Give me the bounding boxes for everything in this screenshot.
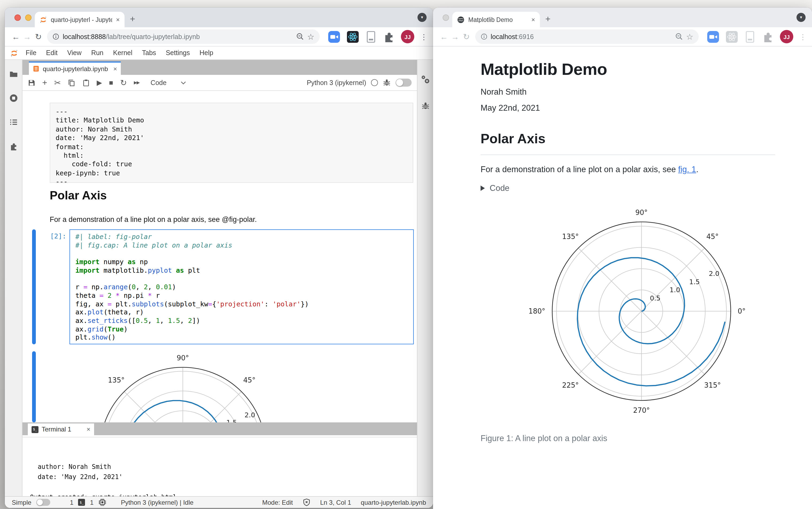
property-inspector-gears-icon[interactable] <box>420 75 430 84</box>
extensions-puzzle-icon[interactable] <box>762 31 774 43</box>
tab-close-icon[interactable]: × <box>116 16 120 23</box>
bookmark-star-icon[interactable]: ☆ <box>686 32 693 41</box>
svg-text:0°: 0° <box>738 307 746 315</box>
browser-tab-strip[interactable]: Matplotlib Demo × + ▾ <box>433 7 812 27</box>
reload-button[interactable]: ↻ <box>33 32 44 41</box>
extensions-puzzle-icon[interactable] <box>383 31 395 43</box>
disclosure-triangle-icon <box>481 185 485 191</box>
figure-1-polar-plot: 0°45°90°135°180°225°270°315°0.51.01.52.0 <box>529 198 812 426</box>
svg-text:1.5: 1.5 <box>226 419 237 422</box>
bookmark-star-icon[interactable]: ☆ <box>307 32 314 41</box>
zoom-out-icon[interactable] <box>296 33 304 41</box>
terminal-count-icon[interactable]: $_ <box>78 499 85 506</box>
menu-kernel[interactable]: Kernel <box>108 49 137 57</box>
cell-type-dropdown[interactable]: Code <box>150 79 186 86</box>
zoom-extension-icon[interactable] <box>707 30 719 43</box>
react-devtools-extension-icon[interactable] <box>726 30 738 43</box>
terminal-tab[interactable]: $_ Terminal 1 × <box>28 423 94 435</box>
notebook-output-polar-plot: 0°45°90°135°180°225°270°315°0.51.01.52.0 <box>76 344 289 422</box>
browser-menu-icon[interactable]: ⋮ <box>420 32 428 41</box>
svg-text:1.5: 1.5 <box>689 278 700 286</box>
cut-cells-icon[interactable]: ✂ <box>54 78 61 87</box>
tab-search-button[interactable]: ▾ <box>797 13 806 22</box>
reload-button[interactable]: ↻ <box>461 32 472 41</box>
copy-cells-icon[interactable] <box>68 79 75 86</box>
menu-tabs[interactable]: Tabs <box>137 49 161 57</box>
add-cell-icon[interactable]: + <box>42 78 47 87</box>
interrupt-kernel-icon[interactable]: ■ <box>109 79 113 86</box>
browser-tab-strip[interactable]: quarto-jupyterl - JupyterLab × + ▾ <box>5 7 433 27</box>
kernel-chip-icon[interactable] <box>98 498 106 506</box>
debugger-bug-icon[interactable] <box>383 78 391 87</box>
restart-run-all-icon[interactable]: ▶▶ <box>134 80 140 85</box>
jupyterlab-browser-window: quarto-jupyterl - JupyterLab × + ▾ ← → ↻… <box>5 7 433 508</box>
shield-x-icon[interactable] <box>303 498 311 506</box>
code-fold-disclosure[interactable]: Code <box>481 183 812 193</box>
file-browser-icon[interactable] <box>9 69 18 78</box>
notebook-document-tab[interactable]: quarto-jupyterlab.ipynb × <box>29 62 121 75</box>
jupyterlab-menubar: File Edit View Run Kernel Tabs Settings … <box>5 46 433 60</box>
extension-manager-icon[interactable] <box>9 142 18 151</box>
running-kernels-icon[interactable] <box>9 94 18 103</box>
site-info-icon[interactable] <box>52 33 60 40</box>
figure-1-link[interactable]: fig. 1 <box>678 165 696 174</box>
tab-search-button[interactable]: ▾ <box>418 13 427 22</box>
new-tab-button[interactable]: + <box>545 14 551 25</box>
document-extension-icon[interactable] <box>744 30 756 43</box>
close-window-button[interactable] <box>14 14 21 21</box>
forward-button[interactable]: → <box>450 32 461 41</box>
yaml-raw-cell[interactable]: --- title: Matplotlib Demo author: Norah… <box>50 103 413 183</box>
zoom-out-icon[interactable] <box>675 33 683 41</box>
react-devtools-extension-icon[interactable] <box>346 30 359 43</box>
menu-settings[interactable]: Settings <box>161 49 195 57</box>
quarto-globe-favicon-icon <box>457 16 464 23</box>
output-collapser[interactable] <box>32 351 36 422</box>
restart-kernel-icon[interactable]: ↻ <box>120 78 127 87</box>
menu-run[interactable]: Run <box>86 49 108 57</box>
minimize-window-button[interactable] <box>25 14 32 21</box>
url-text[interactable]: localhost:8888/lab/tree/quarto-jupyterla… <box>63 33 293 40</box>
back-button[interactable]: ← <box>10 32 22 41</box>
menu-edit[interactable]: Edit <box>41 49 62 57</box>
notebook-scroll-area[interactable]: --- title: Matplotlib Demo author: Norah… <box>23 91 417 422</box>
tab-close-icon[interactable]: × <box>531 16 535 23</box>
paste-cells-icon[interactable] <box>82 79 90 86</box>
autosave-toggle[interactable] <box>396 78 412 87</box>
input-collapser[interactable] <box>32 229 36 344</box>
browser-profile-avatar[interactable]: JJ <box>401 30 414 43</box>
address-bar[interactable]: localhost:8888/lab/tree/quarto-jupyterla… <box>47 29 320 44</box>
jupyterlab-app: File Edit View Run Kernel Tabs Settings … <box>5 46 433 508</box>
document-tab-close-icon[interactable]: × <box>113 65 117 72</box>
site-info-icon[interactable] <box>481 33 488 40</box>
terminal-output[interactable]: author: Norah Smith date: 'May 22nd, 202… <box>23 437 417 496</box>
menu-help[interactable]: Help <box>195 49 218 57</box>
menu-view[interactable]: View <box>62 49 86 57</box>
browser-profile-avatar[interactable]: JJ <box>780 30 793 43</box>
code-cell-editor[interactable]: #| label: fig-polar#| fig.cap: A line pl… <box>70 229 414 344</box>
browser-menu-icon[interactable]: ⋮ <box>799 32 807 41</box>
menu-file[interactable]: File <box>21 49 41 57</box>
kernel-name-button[interactable]: Python 3 (ipykernel) <box>307 79 366 86</box>
document-extension-icon[interactable] <box>365 30 377 43</box>
save-icon[interactable] <box>28 79 35 86</box>
new-tab-button[interactable]: + <box>130 14 135 25</box>
url-text[interactable]: localhost:6916 <box>491 33 672 40</box>
terminal-tab-close-icon[interactable]: × <box>86 426 90 433</box>
svg-text:90°: 90° <box>635 208 648 216</box>
back-button[interactable]: ← <box>438 32 450 41</box>
browser-tab[interactable]: quarto-jupyterl - JupyterLab × <box>35 12 125 27</box>
kernel-status-text[interactable]: Python 3 (ipykernel) | Idle <box>121 499 193 506</box>
svg-text:315°: 315° <box>704 381 721 389</box>
kernel-status-icon[interactable] <box>371 79 378 86</box>
browser-tab[interactable]: Matplotlib Demo × <box>452 12 540 27</box>
zoom-extension-icon[interactable] <box>328 30 341 43</box>
close-window-button[interactable] <box>443 14 449 21</box>
simple-mode-toggle[interactable] <box>36 499 50 506</box>
address-bar[interactable]: localhost:6916 ☆ <box>475 29 699 44</box>
table-of-contents-icon[interactable] <box>9 117 18 127</box>
debugger-sidebar-bug-icon[interactable] <box>421 102 429 110</box>
yaml-raw-cell-text: --- title: Matplotlib Demo author: Norah… <box>56 107 407 186</box>
run-cell-icon[interactable]: ▶ <box>97 79 102 86</box>
forward-button[interactable]: → <box>22 32 33 41</box>
cursor-position-indicator[interactable]: Ln 3, Col 1 <box>320 499 351 506</box>
